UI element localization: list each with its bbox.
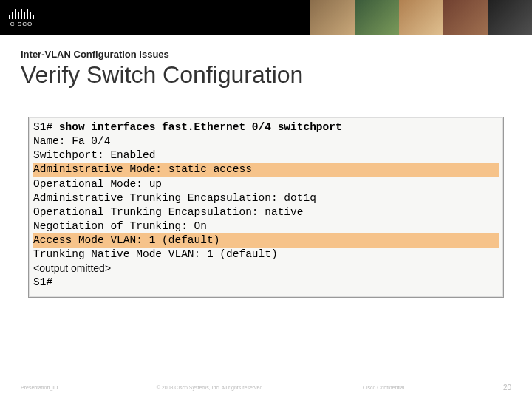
cli-prompt-end: S1# [33,276,499,290]
brand-name: CISCO [10,21,33,27]
footer-center: © 2008 Cisco Systems, Inc. All rights re… [157,385,265,390]
footer-left: Presentation_ID [21,385,58,390]
cli-command: show interfaces fast.Ethernet 0/4 switch… [59,121,342,133]
cli-command-line: S1# show interfaces fast.Ethernet 0/4 sw… [33,120,499,134]
cli-output-oper-mode: Operational Mode: up [33,177,499,191]
cli-output-negotiation: Negotiation of Trunking: On [33,219,499,233]
cli-output-name: Name: Fa 0/4 [33,134,499,149]
terminal-output: S1# show interfaces fast.Ethernet 0/4 sw… [28,117,504,298]
cli-output-access-vlan: Access Mode VLAN: 1 (default) [33,233,499,248]
cli-output-admin-trunk: Administrative Trunking Encapsulation: d… [33,191,499,205]
cli-output-switchport: Switchport: Enabled [33,149,499,163]
footer-right: Cisco Confidential [363,385,404,390]
slide-kicker: Inter-VLAN Configuration Issues [21,49,511,60]
header-photo-strip [310,0,532,35]
slide-footer: Presentation_ID © 2008 Cisco Systems, In… [0,383,532,392]
page-number: 20 [503,383,511,392]
cli-prompt: S1# [33,121,59,133]
cli-output-native-vlan: Trunking Native Mode VLAN: 1 (default) [33,248,499,262]
cisco-logo: CISCO [9,9,34,27]
cli-output-admin-mode: Administrative Mode: static access [33,163,499,177]
cisco-logo-bars [9,9,34,19]
top-bar: CISCO [0,0,532,35]
slide-header: Inter-VLAN Configuration Issues Verify S… [0,35,532,95]
cli-output-oper-trunk: Operational Trunking Encapsulation: nati… [33,205,499,219]
cli-output-omitted: <output omitted> [33,262,499,275]
slide-title: Verify Switch Configuration [21,61,511,89]
